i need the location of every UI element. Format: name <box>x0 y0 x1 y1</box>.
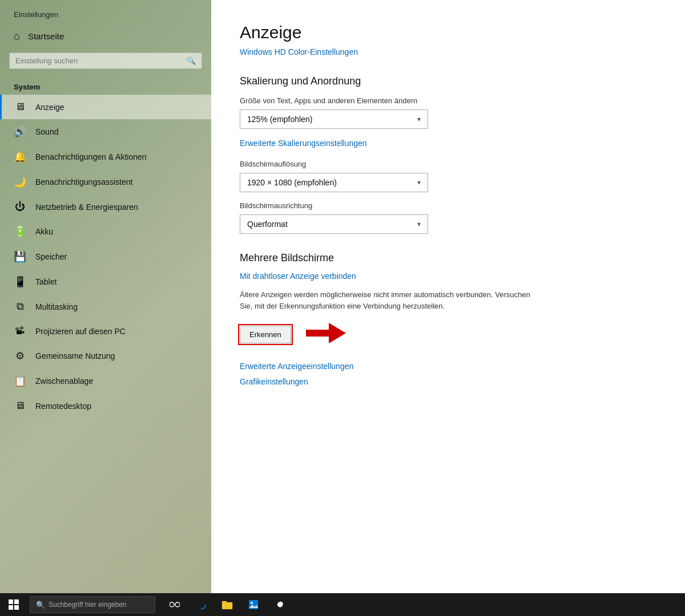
svg-point-6 <box>175 602 180 607</box>
sidebar-item-label-gemeinsame: Gemeinsame Nutzung <box>35 351 115 360</box>
gemeinsame-icon: ⚙ <box>14 350 26 362</box>
erweiterte-anzeige-link[interactable]: Erweiterte Anzeigeeinstellungen <box>240 362 656 371</box>
main-content: Anzeige Windows HD Color-Einstellungen S… <box>211 0 685 616</box>
page-title: Anzeige <box>240 23 656 42</box>
aufloesung-dropdown[interactable]: 1920 × 1080 (empfohlen) ▾ <box>240 173 428 192</box>
remotedesktop-icon: 🖥 <box>14 400 26 412</box>
sidebar-title: Einstellungen <box>0 0 211 25</box>
erkennen-button[interactable]: Erkennen <box>240 326 291 343</box>
text-size-label: Größe von Text, Apps und anderen Element… <box>240 96 656 105</box>
system-label: System <box>0 78 211 95</box>
anzeige-icon: 🖥 <box>14 101 26 113</box>
sidebar-item-benachrichtigungen[interactable]: 🔔Benachrichtigungen & Aktionen <box>0 144 211 169</box>
text-size-wrapper: Größe von Text, Apps und anderen Element… <box>240 96 656 129</box>
text-size-value: 125% (empfohlen) <box>247 115 312 124</box>
file-explorer-button[interactable] <box>215 593 240 616</box>
sidebar-item-tablet[interactable]: 📱Tablet <box>0 269 211 294</box>
sidebar-item-label-sound: Sound <box>35 127 58 136</box>
tablet-icon: 📱 <box>14 275 26 288</box>
taskbar-search-icon: 🔍 <box>36 601 45 609</box>
sidebar-item-label-akku: Akku <box>35 227 53 236</box>
multitasking-icon: ⧉ <box>14 301 26 313</box>
sidebar-item-projizieren[interactable]: 📽Projizieren auf diesen PC <box>0 319 211 343</box>
text-size-dropdown[interactable]: 125% (empfohlen) ▾ <box>240 110 428 129</box>
sidebar-item-label-projizieren: Projizieren auf diesen PC <box>35 327 126 336</box>
drahtlos-link[interactable]: Mit drahtloser Anzeige verbinden <box>240 271 356 281</box>
home-icon: ⌂ <box>14 30 20 42</box>
aufloesung-value: 1920 × 1080 (empfohlen) <box>247 178 337 187</box>
settings-taskbar-button[interactable] <box>267 593 292 616</box>
taskbar: 🔍 Suchbegriff hier eingeben <box>0 593 685 616</box>
search-box[interactable]: 🔍 <box>9 52 202 69</box>
zwischenablage-icon: 📋 <box>14 375 26 387</box>
arrow-icon <box>300 321 346 348</box>
sidebar-item-label-zwischenablage: Zwischenablage <box>35 376 93 386</box>
ausrichtung-wrapper: Bildschirmausrichtung Querformat ▾ <box>240 201 656 234</box>
skalierung-title: Skalierung und Anordnung <box>240 75 656 87</box>
svg-rect-8 <box>222 601 227 603</box>
aufloesung-label: Bildschirmauflösung <box>240 160 656 168</box>
sidebar-item-label-multitasking: Multitasking <box>35 302 78 311</box>
search-input[interactable] <box>15 56 187 65</box>
taskbar-search-text: Suchbegriff hier eingeben <box>49 601 127 609</box>
sidebar-item-label-benachrichtigungen: Benachrichtigungen & Aktionen <box>35 152 147 161</box>
sidebar-item-speicher[interactable]: 💾Speicher <box>0 244 211 269</box>
sidebar-item-label-anzeige: Anzeige <box>35 103 65 112</box>
grafik-link[interactable]: Grafikeinstellungen <box>240 377 308 386</box>
sidebar-item-label-benachrichtigungsassistent: Benachrichtigungsassistent <box>35 177 132 187</box>
sidebar-item-gemeinsame[interactable]: ⚙Gemeinsame Nutzung <box>0 343 211 368</box>
description-text: Ältere Anzeigen werden möglicherweise ni… <box>240 289 537 311</box>
sidebar-item-label-remotedesktop: Remotedesktop <box>35 402 91 411</box>
task-view-button[interactable] <box>162 593 187 616</box>
erkennen-row: Erkennen <box>240 321 656 348</box>
speicher-icon: 💾 <box>14 250 26 263</box>
taskbar-search[interactable]: 🔍 Suchbegriff hier eingeben <box>30 596 155 613</box>
svg-rect-3 <box>9 605 13 610</box>
search-icon: 🔍 <box>187 56 196 65</box>
sidebar-item-akku[interactable]: 🔋Akku <box>0 219 211 244</box>
svg-rect-1 <box>9 599 13 604</box>
sidebar-item-sound[interactable]: 🔊Sound <box>0 119 211 144</box>
sidebar-item-label-speicher: Speicher <box>35 252 67 261</box>
akku-icon: 🔋 <box>14 225 26 238</box>
sidebar-item-remotedesktop[interactable]: 🖥Remotedesktop <box>0 394 211 418</box>
erweiterte-skalierung-link[interactable]: Erweiterte Skalierungseinstellungen <box>240 139 367 148</box>
chevron-down-icon-2: ▾ <box>417 179 421 187</box>
sidebar-item-anzeige[interactable]: 🖥Anzeige <box>0 95 211 119</box>
benachrichtigungsassistent-icon: 🌙 <box>14 176 26 188</box>
sidebar-item-netzbetrieb[interactable]: ⏻Netzbetrieb & Energiesparen <box>0 194 211 219</box>
edge-button[interactable] <box>188 593 213 616</box>
sidebar-item-label-netzbetrieb: Netzbetrieb & Energiesparen <box>35 202 138 212</box>
svg-rect-2 <box>14 599 19 604</box>
projizieren-icon: 📽 <box>14 325 26 337</box>
ausrichtung-dropdown[interactable]: Querformat ▾ <box>240 214 428 234</box>
ausrichtung-value: Querformat <box>247 220 288 229</box>
benachrichtigungen-icon: 🔔 <box>14 151 26 163</box>
nav-container: 🖥Anzeige🔊Sound🔔Benachrichtigungen & Akti… <box>0 95 211 418</box>
sidebar-home-button[interactable]: ⌂ Startseite <box>0 25 211 48</box>
sidebar: Einstellungen ⌂ Startseite 🔍 System 🖥Anz… <box>0 0 211 593</box>
aufloesung-wrapper: Bildschirmauflösung 1920 × 1080 (empfohl… <box>240 160 656 192</box>
chevron-down-icon: ▾ <box>417 115 421 123</box>
svg-rect-4 <box>14 605 19 610</box>
sidebar-item-zwischenablage[interactable]: 📋Zwischenablage <box>0 368 211 394</box>
chevron-down-icon-3: ▾ <box>417 220 421 228</box>
svg-marker-0 <box>306 323 346 343</box>
sidebar-item-multitasking[interactable]: ⧉Multitasking <box>0 294 211 319</box>
hd-color-link[interactable]: Windows HD Color-Einstellungen <box>240 47 358 56</box>
sidebar-item-benachrichtigungsassistent[interactable]: 🌙Benachrichtigungsassistent <box>0 169 211 194</box>
svg-point-5 <box>170 602 174 607</box>
taskbar-icons <box>162 593 292 616</box>
sidebar-home-label: Startseite <box>28 31 64 41</box>
netzbetrieb-icon: ⏻ <box>14 201 26 213</box>
mehrere-title: Mehrere Bildschirme <box>240 252 656 264</box>
sidebar-item-label-tablet: Tablet <box>35 277 57 286</box>
photos-button[interactable] <box>241 593 266 616</box>
sound-icon: 🔊 <box>14 125 26 138</box>
svg-point-10 <box>251 602 253 604</box>
ausrichtung-label: Bildschirmausrichtung <box>240 201 656 210</box>
start-button[interactable] <box>0 593 27 616</box>
